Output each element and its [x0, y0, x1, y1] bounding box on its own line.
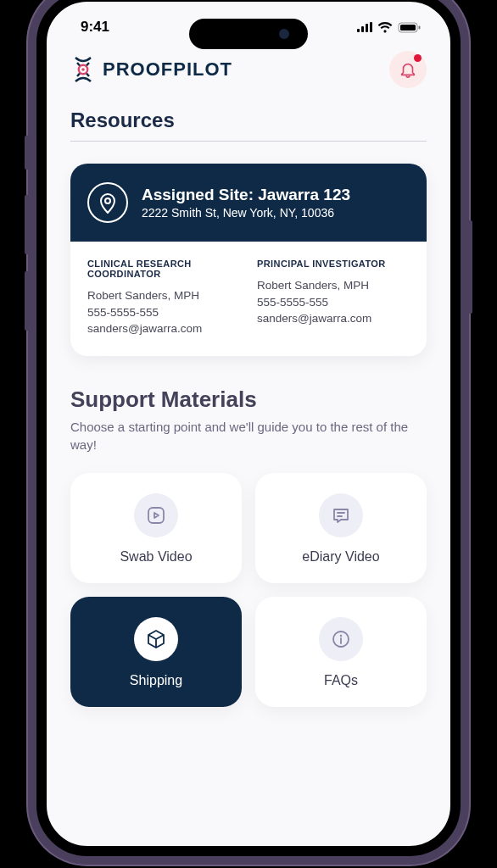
phone-frame: 9:41: [28, 0, 469, 865]
site-title: Assigned Site: Jawarra 123: [142, 186, 350, 204]
tile-label: eDiary Video: [302, 549, 379, 565]
notifications-button[interactable]: [389, 51, 427, 88]
tile-faqs[interactable]: FAQs: [255, 597, 427, 707]
svg-point-8: [340, 635, 342, 637]
signal-icon: [357, 22, 372, 32]
side-button: [25, 136, 28, 170]
notification-dot: [414, 54, 422, 62]
contact-email: sanders@jawarra.com: [257, 310, 410, 327]
page-title: Resources: [70, 108, 427, 132]
contact-role: PRINCIPAL INVESTIGATOR: [257, 259, 410, 269]
location-pin-icon: [87, 182, 128, 223]
wifi-icon: [377, 22, 393, 33]
title-divider: [70, 141, 427, 142]
svg-rect-2: [419, 25, 421, 29]
tile-label: Swab Video: [120, 549, 192, 565]
svg-point-4: [81, 68, 85, 71]
info-icon: [319, 617, 363, 661]
tile-label: Shipping: [130, 673, 182, 688]
contact-role: CLINICAL RESEARCH COORDINATOR: [87, 259, 240, 279]
logo-mark-icon: [70, 54, 96, 85]
support-tiles: Swab Video eDiary Video Shipping: [70, 473, 427, 707]
notch: [189, 19, 308, 49]
contact-email: sanders@jawarra.com: [87, 320, 240, 337]
message-icon: [319, 493, 363, 537]
bell-icon: [399, 60, 417, 79]
phone-screen: 9:41: [36, 0, 461, 856]
tile-ediary-video[interactable]: eDiary Video: [255, 473, 427, 583]
support-materials-title: Support Materials: [70, 387, 427, 413]
svg-rect-1: [400, 25, 416, 31]
brand-logo: PROOFPILOT: [70, 54, 232, 85]
play-icon: [134, 493, 178, 537]
tile-label: FAQs: [324, 673, 358, 688]
battery-icon: [398, 22, 422, 33]
tile-swab-video[interactable]: Swab Video: [70, 473, 242, 583]
tile-shipping[interactable]: Shipping: [70, 597, 242, 707]
svg-point-5: [105, 198, 110, 203]
side-button: [25, 271, 28, 331]
contact-name: Robert Sanders, MPH: [87, 287, 240, 304]
contact-coordinator: CLINICAL RESEARCH COORDINATOR Robert San…: [87, 259, 240, 337]
contact-phone: 555-5555-555: [87, 304, 240, 321]
site-header: Assigned Site: Jawarra 123 2222 Smith St…: [70, 164, 427, 242]
svg-rect-6: [148, 508, 164, 523]
brand-name: PROOFPILOT: [103, 58, 232, 81]
side-button: [25, 195, 28, 254]
site-address: 2222 Smith St, New York, NY, 10036: [142, 206, 350, 220]
contact-name: Robert Sanders, MPH: [257, 277, 410, 294]
support-materials-subtitle: Choose a starting point and we'll guide …: [70, 418, 427, 455]
side-button: [469, 220, 472, 314]
box-icon: [134, 617, 178, 661]
assigned-site-card: Assigned Site: Jawarra 123 2222 Smith St…: [70, 164, 427, 356]
contact-investigator: PRINCIPAL INVESTIGATOR Robert Sanders, M…: [257, 259, 410, 337]
status-time: 9:41: [81, 19, 109, 36]
status-indicators: [357, 22, 422, 33]
contact-phone: 555-5555-555: [257, 294, 410, 311]
